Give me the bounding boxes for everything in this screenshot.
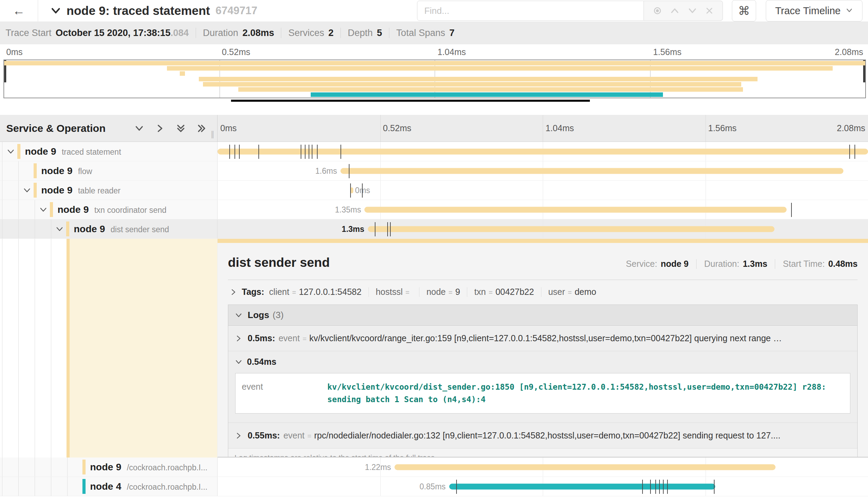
- meta-separator: [196, 28, 196, 38]
- tags-row[interactable]: Tags:client=127.0.0.1:54582hostssl=node=…: [228, 280, 858, 304]
- tree-guide-line: [35, 219, 35, 238]
- log-message: rpc/nodedialer/nodedialer.go:132 [n9,cli…: [314, 431, 780, 441]
- prev-match-icon[interactable]: [670, 6, 680, 16]
- span-operation-name: flow: [78, 167, 92, 176]
- log-field-key: event: [236, 373, 327, 413]
- ruler-label: 1.04ms: [437, 47, 466, 57]
- tree-guide-line: [35, 239, 35, 458]
- log-marker-tick: [305, 145, 305, 159]
- keyboard-shortcuts-button[interactable]: ⌘: [732, 0, 756, 21]
- span-name-cell[interactable]: node 9table reader: [0, 181, 218, 200]
- expand-one-icon[interactable]: [155, 123, 165, 134]
- span-bar[interactable]: [364, 207, 787, 212]
- ruler-gridline: [380, 115, 381, 142]
- span-toggle-chevron-icon[interactable]: [39, 205, 48, 214]
- span-row[interactable]: node 9dist sender send 1.3ms: [0, 219, 868, 239]
- tag-separator: [541, 287, 541, 297]
- collapse-all-icon[interactable]: [176, 123, 186, 134]
- service-operation-title: Service & Operation: [6, 123, 106, 134]
- span-name-cell[interactable]: node 9txn coordinator send: [0, 200, 218, 219]
- tag-separator: [419, 287, 419, 297]
- span-duration-label: 0ms: [355, 185, 386, 195]
- collapse-one-icon[interactable]: [134, 123, 144, 134]
- trace-view-selector[interactable]: Trace Timeline: [766, 0, 862, 21]
- span-timeline-cell[interactable]: 1.35ms: [218, 200, 868, 219]
- span-row[interactable]: node 9table reader 0ms: [0, 181, 868, 200]
- span-bar[interactable]: [368, 226, 774, 232]
- minimap-canvas[interactable]: [3, 60, 866, 98]
- span-operation-name: traced statement: [62, 147, 121, 156]
- minimap-span-bar: [238, 87, 743, 92]
- span-timeline-cell[interactable]: 0.85ms: [218, 477, 868, 496]
- span-timeline-cell[interactable]: 1.3ms: [218, 219, 868, 238]
- span-timeline-cell[interactable]: [218, 142, 868, 161]
- span-name-cell[interactable]: node 9traced statement: [0, 142, 218, 161]
- span-name-cell[interactable]: node 9dist sender send: [0, 219, 218, 238]
- back-button[interactable]: ←: [0, 0, 38, 21]
- span-row[interactable]: node 4/cockroach.roachpb.I... 0.85ms: [0, 477, 868, 496]
- meta-item: Duration 2.08ms: [203, 28, 274, 38]
- span-timeline-cell[interactable]: 1.22ms: [218, 458, 868, 477]
- minimap-scroll-thumb[interactable]: [231, 100, 590, 102]
- span-name-cell[interactable]: node 9flow: [0, 161, 218, 180]
- span-detail-row: dist sender send Service:node 9Duration:…: [0, 239, 868, 458]
- span-timeline-cell[interactable]: 0ms: [218, 181, 868, 200]
- log-time: 0.55ms:: [248, 431, 280, 441]
- overview-separator: [696, 259, 697, 269]
- ruler-label: 0.52ms: [222, 47, 250, 57]
- span-service-name: node 9/cockroach.roachpb.I...: [90, 462, 207, 473]
- tree-guide-line: [2, 200, 2, 219]
- span-color-bar: [17, 144, 20, 159]
- log-marker-tick: [854, 145, 855, 159]
- span-bar[interactable]: [395, 464, 776, 470]
- span-row[interactable]: node 9/cockroach.roachpb.I... 1.22ms: [0, 458, 868, 477]
- span-name-cell[interactable]: node 9/cockroach.roachpb.I...: [0, 458, 218, 477]
- span-bar[interactable]: [340, 168, 843, 174]
- span-name-cell[interactable]: node 4/cockroach.roachpb.I...: [0, 477, 218, 496]
- tags-chevron-icon[interactable]: [229, 288, 238, 296]
- collapse-trace-chevron-icon[interactable]: [50, 5, 62, 17]
- trace-id: 6749717: [215, 4, 257, 17]
- span-row[interactable]: node 9txn coordinator send 1.35ms: [0, 200, 868, 219]
- log-marker-tick: [456, 480, 457, 494]
- span-toggle-chevron-icon[interactable]: [55, 225, 64, 234]
- log-entry-header[interactable]: 0.54ms: [234, 357, 851, 367]
- log-entry[interactable]: 0.55ms: event = rpc/nodedialer/nodediale…: [228, 423, 857, 449]
- span-row[interactable]: node 9flow 1.6ms: [0, 161, 868, 181]
- meta-item: Depth 5: [348, 28, 382, 38]
- tree-guide-line: [51, 219, 51, 238]
- expand-all-icon[interactable]: [196, 123, 207, 134]
- span-color-bar: [67, 239, 70, 458]
- log-marker-tick: [239, 145, 240, 159]
- tree-guide-line: [2, 458, 2, 477]
- minimap-scrollbar[interactable]: [3, 100, 866, 102]
- tag-item: node=9: [426, 287, 460, 297]
- minimap-ruler: 0ms0.52ms1.04ms1.56ms2.08ms: [3, 47, 866, 58]
- span-bar[interactable]: [449, 483, 715, 489]
- next-match-icon[interactable]: [687, 6, 698, 16]
- span-color-bar: [50, 202, 53, 217]
- find-input[interactable]: [417, 1, 644, 21]
- span-bar[interactable]: [218, 148, 868, 154]
- tag-separator: [467, 287, 467, 297]
- span-operation-name: /cockroach.roachpb.I...: [127, 482, 207, 491]
- meta-separator: [281, 28, 281, 38]
- span-detail-title: dist sender send: [228, 255, 330, 270]
- span-toggle-chevron-icon[interactable]: [23, 186, 32, 195]
- trace-summary-bar: Trace Start October 15 2020, 17:38:15.08…: [0, 21, 868, 44]
- clear-search-icon[interactable]: [705, 6, 714, 16]
- tree-guide-line: [35, 458, 35, 477]
- ruler-gridline: [706, 115, 706, 142]
- span-timeline-cell[interactable]: 1.6ms: [218, 161, 868, 180]
- timeline-gridline: [380, 477, 381, 496]
- logs-header[interactable]: Logs (3): [228, 305, 857, 326]
- minimap-span-bar: [180, 71, 185, 76]
- span-row[interactable]: node 9traced statement: [0, 142, 868, 161]
- locate-icon[interactable]: [652, 6, 663, 16]
- ruler-label: 1.04ms: [546, 123, 574, 133]
- timeline-ruler: 0ms0.52ms1.04ms1.56ms2.08ms: [218, 115, 868, 142]
- command-icon: ⌘: [738, 4, 750, 18]
- column-resize-grip[interactable]: ∥: [211, 130, 214, 139]
- log-entry[interactable]: 0.5ms: event = kv/kvclient/kvcoord/range…: [228, 326, 857, 351]
- span-toggle-chevron-icon[interactable]: [6, 147, 15, 156]
